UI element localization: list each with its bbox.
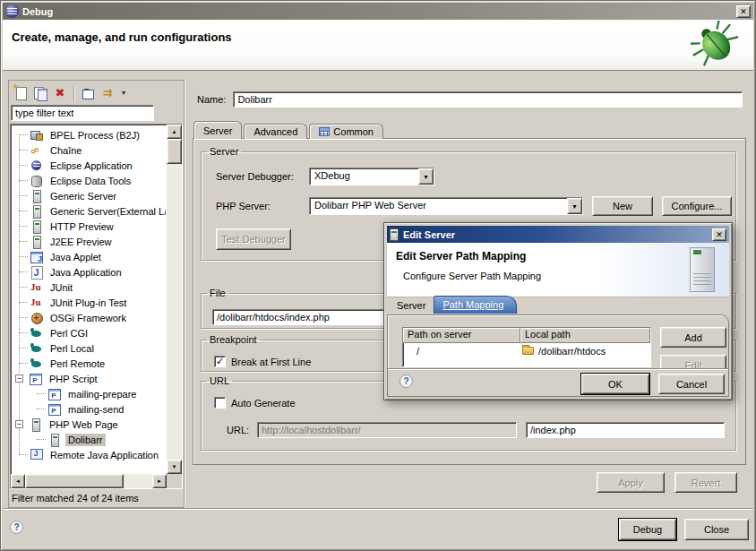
server-icon — [47, 433, 62, 447]
dialog-header-band: Create, manage, and run configurations — [3, 20, 753, 71]
perl-icon — [30, 341, 44, 356]
edit-server-title-bar[interactable]: Edit Server ✕ — [387, 226, 729, 243]
tab-server-settings[interactable]: Server — [389, 297, 434, 314]
ok-button[interactable]: OK — [581, 374, 649, 394]
table-row[interactable]: / /dolibarr/htdocs — [403, 343, 650, 358]
url-path-input[interactable] — [526, 422, 725, 438]
close-button[interactable]: Close — [684, 519, 749, 540]
server-debugger-label: Server Debugger: — [216, 171, 309, 182]
server-icon — [29, 418, 43, 432]
column-header-path-on-server[interactable]: Path on server — [403, 328, 520, 343]
edit-server-close-button[interactable]: ✕ — [712, 228, 726, 241]
revert-button[interactable]: Revert — [674, 472, 737, 493]
bpel-icon — [30, 128, 44, 142]
tree-item-perl-remote[interactable]: Perl Remote — [12, 356, 166, 371]
server-icon — [390, 228, 399, 241]
path-mapping-table[interactable]: Path on server Local path / /dolibarr/ht… — [402, 327, 651, 367]
column-header-local-path[interactable]: Local path — [520, 328, 650, 343]
debug-button[interactable]: Debug — [619, 519, 676, 540]
tree-item-eclipse-application[interactable]: Eclipse Application — [12, 158, 166, 173]
tree-item-php-web-page[interactable]: −PHP Web Page — [12, 417, 166, 432]
horizontal-scroll-thumb[interactable] — [25, 474, 124, 488]
tree-item-generic-server[interactable]: Generic Server — [12, 188, 166, 203]
php-icon — [29, 372, 43, 386]
server-icon — [30, 189, 44, 203]
auto-generate-checkbox[interactable] — [214, 397, 226, 409]
tree-item-perl-cgi[interactable]: Perl CGI — [12, 325, 166, 340]
new-configuration-icon[interactable] — [13, 85, 29, 101]
server-icon — [30, 220, 44, 234]
tree-item-eclipse-data-tools[interactable]: Eclipse Data Tools — [12, 173, 166, 188]
tree-item-http-preview[interactable]: HTTP Preview — [12, 219, 166, 234]
apply-button[interactable]: Apply — [597, 472, 665, 493]
tree-item-bpel-process[interactable]: BPEL Process (B2J) — [12, 127, 166, 142]
junit-icon — [30, 296, 44, 310]
path-mapping-content: Path on server Local path / /dolibarr/ht… — [387, 314, 729, 397]
chevron-down-icon[interactable]: ▼ — [567, 198, 582, 214]
window-title: Debug — [22, 6, 736, 17]
filter-icon[interactable]: ⇉ — [99, 85, 116, 101]
configurations-tree: BPEL Process (B2J) Chaîne Eclipse Applic… — [10, 124, 183, 489]
footer-separator — [3, 508, 753, 510]
scroll-right-icon[interactable]: ► — [152, 474, 167, 488]
tree-item-mailing-prepare[interactable]: mailing-prepare — [12, 386, 166, 401]
applet-icon — [30, 250, 44, 264]
new-server-button[interactable]: New — [592, 196, 653, 216]
tree-item-junit[interactable]: JUnit — [12, 280, 166, 295]
php-server-label: PHP Server: — [216, 201, 309, 211]
tree-item-dolibarr[interactable]: Dolibarr — [12, 432, 166, 447]
toolbar-separator — [73, 86, 74, 100]
title-bar[interactable]: Debug ✕ — [3, 3, 753, 20]
tree-item-osgi-framework[interactable]: OSGi Framework — [12, 310, 166, 325]
eclipse-logo-icon — [5, 4, 19, 18]
tab-server[interactable]: Server — [193, 121, 242, 139]
chevron-down-icon[interactable]: ▼ — [418, 168, 434, 185]
tree-item-generic-server-external[interactable]: Generic Server(External La — [12, 203, 166, 219]
tree-item-perl-local[interactable]: Perl Local — [12, 340, 166, 356]
vertical-scroll-thumb[interactable] — [167, 139, 182, 164]
config-tabs: Server Advanced Common — [193, 121, 385, 139]
scroll-up-icon[interactable]: ▲ — [167, 125, 182, 139]
tree-horizontal-scrollbar[interactable]: ◄ ► — [11, 474, 167, 488]
configure-server-button[interactable]: Configure... — [662, 196, 732, 216]
edit-server-dialog: Edit Server ✕ Edit Server Path Mapping C… — [383, 222, 733, 400]
php-server-select[interactable]: Dolibarr PHP Web Server ▼ — [309, 197, 583, 215]
delete-configuration-icon[interactable]: ✖ — [52, 85, 68, 101]
url-base-input — [257, 422, 517, 438]
help-icon[interactable]: ? — [399, 375, 413, 388]
tab-path-mapping[interactable]: Path Mapping — [434, 296, 517, 314]
scroll-left-icon[interactable]: ◄ — [11, 474, 25, 488]
tree-item-j2ee-preview[interactable]: J2EE Preview — [12, 234, 166, 249]
tree-item-java-applet[interactable]: Java Applet — [12, 249, 166, 264]
java-remote-icon — [30, 448, 44, 462]
filter-input[interactable] — [11, 105, 154, 121]
cancel-button[interactable]: Cancel — [658, 374, 725, 394]
help-icon[interactable]: ? — [10, 521, 23, 534]
server-debugger-select[interactable]: XDebug ▼ — [309, 168, 434, 185]
window-close-button[interactable]: ✕ — [736, 5, 751, 18]
sidebar-toolbar: ✖ ⇉ ▾ — [9, 81, 184, 105]
collapse-toggle-icon[interactable]: − — [15, 375, 23, 383]
name-input[interactable] — [233, 91, 743, 108]
junit-icon — [30, 280, 44, 295]
tree-item-php-script[interactable]: −PHP Script — [12, 371, 166, 386]
tree-vertical-scrollbar[interactable]: ▲ ▼ — [167, 125, 182, 474]
filter-menu-arrow-icon[interactable]: ▾ — [119, 85, 128, 101]
tree-item-java-application[interactable]: Java Application — [12, 264, 166, 280]
tree-item-mailing-send[interactable]: mailing-send — [12, 401, 166, 417]
perl-icon — [30, 326, 44, 340]
tab-common[interactable]: Common — [309, 124, 383, 139]
tab-advanced[interactable]: Advanced — [244, 124, 307, 139]
tree-item-junit-plugin-test[interactable]: JUnit Plug-in Test — [12, 295, 166, 310]
scroll-down-icon[interactable]: ▼ — [167, 460, 182, 474]
tree-item-remote-java-application[interactable]: Remote Java Application — [12, 447, 166, 462]
collapse-toggle-icon[interactable]: − — [15, 420, 23, 428]
php-icon — [47, 402, 62, 417]
add-mapping-button[interactable]: Add — [660, 327, 726, 348]
break-first-line-checkbox[interactable]: ✓ — [214, 356, 226, 367]
php-icon — [47, 387, 62, 401]
tree-item-chaine[interactable]: Chaîne — [12, 142, 166, 158]
collapse-all-icon[interactable] — [80, 85, 96, 101]
duplicate-configuration-icon[interactable] — [32, 85, 48, 101]
test-debugger-button[interactable]: Test Debugger — [216, 228, 291, 250]
